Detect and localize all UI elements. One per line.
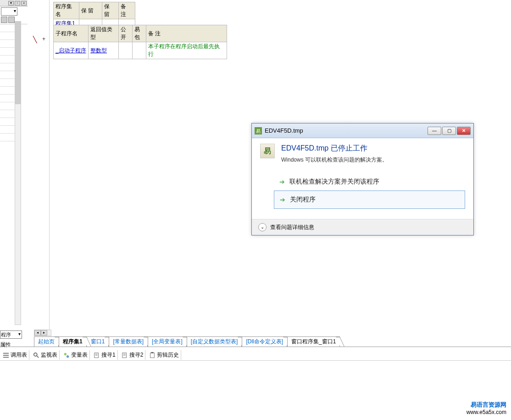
close-icon[interactable]: × <box>21 1 27 6</box>
col-header: 保 留 <box>79 2 102 19</box>
left-dropdown[interactable] <box>1 7 17 16</box>
editor-gutter: ╲ + <box>28 0 50 336</box>
arrow-right-icon: ➔ <box>279 178 285 185</box>
dialog-main-text: EDV4F5D.tmp 已停止工作 <box>281 144 388 153</box>
svg-rect-13 <box>150 353 155 358</box>
variable-icon <box>63 352 70 358</box>
left-grid-row[interactable] <box>0 102 17 110</box>
status-call-table[interactable]: 调用表 <box>1 350 29 360</box>
left-grid-row[interactable] <box>0 134 17 141</box>
cell-note[interactable]: 本子程序在程序启动后最先执行 <box>146 42 227 59</box>
left-grid-row[interactable] <box>0 48 17 56</box>
cell[interactable] <box>133 42 146 59</box>
col-header: 保 留 <box>102 2 119 19</box>
col-header: 程序集名 <box>54 2 79 19</box>
app-icon: 易 <box>255 127 262 134</box>
clipboard-icon <box>149 352 156 358</box>
watermark-cn: 易语言资源网 <box>467 401 506 409</box>
col-header: 备 注 <box>146 25 227 42</box>
expand-icon[interactable]: + <box>42 36 45 42</box>
watermark: 易语言资源网 www.e5a5x.com <box>467 401 506 415</box>
dock-icon[interactable]: ▫ <box>15 1 20 6</box>
status-watch[interactable]: 监视表 <box>31 350 60 360</box>
status-clipboard[interactable]: 剪辑历史 <box>147 350 181 360</box>
window-buttons: — ▢ ✕ <box>428 127 471 135</box>
col-header: 返回值类型 <box>89 25 119 42</box>
scroll-left-icon[interactable]: ◂ <box>34 330 41 336</box>
left-grid-row[interactable] <box>0 110 17 118</box>
dialog-titlebar[interactable]: 易 EDV4F5D.tmp — ▢ ✕ <box>252 123 473 138</box>
left-scrollbar[interactable] <box>15 21 21 325</box>
dialog-app-icon: 易 <box>260 144 275 158</box>
tab-start[interactable]: 起始页 <box>34 336 59 347</box>
option-label: 联机检查解决方案并关闭该程序 <box>289 178 379 186</box>
dialog-options: ➔ 联机检查解决方案并关闭该程序 ➔ 关闭程序 <box>274 173 465 209</box>
option-close-program[interactable]: ➔ 关闭程序 <box>274 190 465 209</box>
svg-point-5 <box>64 353 67 355</box>
svg-rect-1 <box>3 355 9 356</box>
status-search2[interactable]: 搜寻2 <box>120 350 146 360</box>
col-header: 备 注 <box>119 2 135 19</box>
svg-rect-2 <box>3 357 9 358</box>
details-label[interactable]: 查看问题详细信息 <box>270 224 314 231</box>
option-label: 关闭程序 <box>290 196 316 204</box>
cell-rtype[interactable]: 整数型 <box>89 42 119 59</box>
svg-rect-14 <box>151 352 154 353</box>
bottom-toolbar: 调用表 监视表 变量表 搜寻1 搜寻2 剪辑历史 <box>0 350 511 361</box>
left-grid <box>0 24 28 141</box>
col-header: 公开 <box>119 25 133 42</box>
status-label: 调用表 <box>11 351 27 359</box>
left-grid-row[interactable] <box>0 87 17 95</box>
left-grid-row[interactable] <box>0 79 17 87</box>
left-grid-row[interactable] <box>0 24 17 32</box>
status-search1[interactable]: 搜寻1 <box>92 350 118 360</box>
dropdown-icon[interactable]: ▾ <box>8 1 14 6</box>
scrollbar-thumb[interactable] <box>15 22 21 104</box>
editor-tabs: 起始页 程序集1 窗口1 [常量数据表] [全局变量表] [自定义数据类型表] … <box>0 337 511 347</box>
status-label: 搜寻2 <box>129 351 144 359</box>
cell-subname[interactable]: _启动子程序 <box>54 42 89 59</box>
left-grid-row[interactable] <box>0 63 17 71</box>
left-mini-toolbar <box>1 17 27 23</box>
list-icon <box>3 352 9 358</box>
left-grid-row[interactable] <box>0 118 17 126</box>
left-grid-row[interactable] <box>0 32 17 40</box>
dialog-footer: ⌄ 查看问题详细信息 <box>252 219 473 235</box>
cell[interactable] <box>119 42 133 59</box>
editor-hscroll[interactable]: ◂ ▸ <box>34 330 51 336</box>
subprogram-table: 子程序名 返回值类型 公开 易包 备 注 _启动子程序 整数型 本子程序在程序启… <box>53 25 227 59</box>
left-grid-row[interactable] <box>0 126 17 134</box>
tab-window-programset[interactable]: 窗口程序集_窗口1 <box>287 336 340 347</box>
tool-icon-1[interactable] <box>1 17 7 23</box>
status-label: 剪辑历史 <box>157 351 179 359</box>
status-vars[interactable]: 变量表 <box>61 350 90 360</box>
close-button[interactable]: ✕ <box>457 127 471 135</box>
tab-custom-types[interactable]: [自定义数据类型表] <box>187 336 242 347</box>
tab-const-table[interactable]: [常量数据表] <box>109 336 148 347</box>
left-grid-row[interactable] <box>0 40 17 48</box>
tab-global-vars[interactable]: [全局变量表] <box>148 336 187 347</box>
option-check-online[interactable]: ➔ 联机检查解决方案并关闭该程序 <box>274 173 465 190</box>
status-label: 变量表 <box>71 351 88 359</box>
svg-rect-0 <box>3 353 9 353</box>
scroll-right-icon[interactable]: ▸ <box>41 330 47 336</box>
svg-point-6 <box>67 355 69 358</box>
dialog-body: 易 EDV4F5D.tmp 已停止工作 Windows 可以联机检查该问题的解决… <box>252 138 473 219</box>
table-row[interactable]: _启动子程序 整数型 本子程序在程序启动后最先执行 <box>54 42 227 59</box>
left-grid-row[interactable] <box>0 56 17 63</box>
col-header: 易包 <box>133 25 146 42</box>
minimize-button[interactable]: — <box>428 127 441 135</box>
tab-programset1[interactable]: 程序集1 <box>59 336 87 347</box>
search-icon <box>94 352 100 358</box>
left-grid-row[interactable] <box>0 71 17 79</box>
status-label: 搜寻1 <box>101 351 116 359</box>
col-header: 子程序名 <box>54 25 89 42</box>
svg-text:易: 易 <box>256 129 261 134</box>
dialog-title: EDV4F5D.tmp <box>265 127 428 134</box>
tab-dll-defs[interactable]: [Dll命令定义表] <box>242 336 287 347</box>
breakpoint-icon[interactable]: ╲ <box>33 36 37 43</box>
left-grid-row[interactable] <box>0 95 17 102</box>
chevron-down-icon[interactable]: ⌄ <box>258 223 267 231</box>
tool-icon-2[interactable] <box>8 17 15 23</box>
maximize-button[interactable]: ▢ <box>442 127 456 135</box>
